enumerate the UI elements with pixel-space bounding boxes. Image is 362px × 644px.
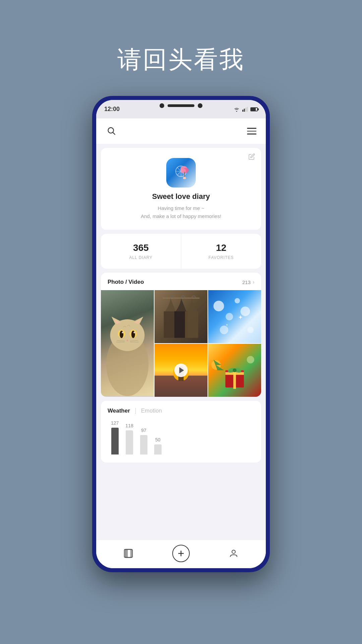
photo-cell-sunset[interactable] <box>155 344 207 397</box>
tab-divider <box>135 408 136 414</box>
photo-cell-christmas[interactable] <box>208 344 261 397</box>
svg-point-27 <box>122 332 123 333</box>
svg-line-5 <box>113 132 115 135</box>
photo-cell-cat[interactable] <box>101 290 154 397</box>
favorites-label: FAVORITES <box>208 255 234 260</box>
profile-name: Sweet love diary <box>152 192 210 201</box>
svg-point-50 <box>247 356 254 363</box>
svg-point-40 <box>226 313 233 320</box>
play-triangle-icon <box>179 367 184 373</box>
photo-count-link[interactable]: 213 › <box>242 279 254 285</box>
search-icon <box>107 126 116 136</box>
bottom-nav <box>96 540 266 568</box>
search-button[interactable] <box>106 125 118 137</box>
photo-cell-sparkle[interactable] <box>208 290 261 343</box>
weather-emotion-card: Weather Emotion 127 118 97 <box>101 401 261 463</box>
signal-icon <box>242 107 248 112</box>
stat-diary[interactable]: 365 ALL DIARY <box>101 234 181 269</box>
svg-rect-60 <box>126 549 131 557</box>
svg-rect-55 <box>225 372 244 375</box>
status-icons <box>234 107 258 112</box>
user-icon <box>229 548 239 558</box>
svg-point-64 <box>232 550 235 553</box>
photo-video-section: Photo / Video 213 › <box>101 273 261 397</box>
pencil-icon <box>248 153 255 160</box>
emotion-tab[interactable]: Emotion <box>141 408 162 414</box>
battery-icon <box>250 107 258 111</box>
svg-point-13 <box>181 169 186 173</box>
top-nav <box>96 118 266 144</box>
bar-fill-3 <box>140 435 147 454</box>
photo-section-header: Photo / Video 213 › <box>101 273 261 290</box>
chevron-right-icon: › <box>253 279 254 285</box>
plus-icon <box>176 549 186 558</box>
svg-rect-38 <box>208 290 261 343</box>
favorites-count: 12 <box>216 243 226 253</box>
bar-group-3: 97 <box>140 428 147 454</box>
diary-count: 365 <box>133 243 149 253</box>
video-play-button[interactable] <box>174 364 188 377</box>
page-background-title: 请回头看我 <box>117 44 245 76</box>
wifi-icon <box>234 107 240 112</box>
svg-point-58 <box>233 368 236 372</box>
bar-label-4: 50 <box>155 437 161 442</box>
bar-label-2: 118 <box>125 423 133 428</box>
svg-point-44 <box>235 298 240 304</box>
stat-favorites[interactable]: 12 FAVORITES <box>181 234 261 269</box>
bar-fill-4 <box>154 444 162 454</box>
status-bar: 12:00 <box>96 100 266 118</box>
nav-profile-button[interactable] <box>226 546 241 561</box>
photo-cell-clothes[interactable] <box>155 290 207 343</box>
photo-count: 213 <box>242 279 251 285</box>
app-content[interactable]: Sweet love diary Having time for me ~ An… <box>96 118 266 540</box>
phone-screen: 12:00 <box>96 100 266 568</box>
svg-rect-1 <box>244 109 245 112</box>
svg-point-43 <box>220 326 228 334</box>
notch-area <box>160 103 202 108</box>
svg-rect-2 <box>245 108 246 112</box>
profile-card: Sweet love diary Having time for me ~ An… <box>101 148 261 230</box>
bar-label-3: 97 <box>141 428 146 433</box>
bar-group-1: 127 <box>111 420 119 454</box>
weather-tabs: Weather Emotion <box>108 408 254 414</box>
nav-book-icon-wrapper <box>121 546 136 561</box>
diary-label: ALL DIARY <box>129 255 153 260</box>
weather-tab[interactable]: Weather <box>108 408 130 414</box>
profile-bio: Having time for me ~ And, make a lot of … <box>141 204 221 220</box>
photo-grid <box>101 290 261 397</box>
book-icon <box>123 548 134 559</box>
svg-point-28 <box>133 332 135 333</box>
phone-shell: 12:00 <box>92 96 270 572</box>
profile-avatar-wrapper <box>166 158 196 187</box>
nav-book-button[interactable] <box>121 546 136 561</box>
nav-add-button[interactable] <box>172 545 190 562</box>
bar-label-1: 127 <box>111 420 119 426</box>
bar-group-2: 118 <box>125 423 133 454</box>
nav-profile-icon-wrapper <box>226 546 241 561</box>
bar-group-4: 50 <box>154 437 162 454</box>
bar-fill-1 <box>111 428 119 454</box>
bar-chart: 127 118 97 50 <box>108 421 254 454</box>
svg-rect-0 <box>242 110 243 112</box>
hamburger-menu[interactable] <box>247 128 256 135</box>
svg-point-41 <box>240 307 250 316</box>
bar-fill-2 <box>126 430 133 454</box>
svg-point-39 <box>214 301 224 312</box>
svg-rect-3 <box>247 107 248 112</box>
photo-section-title: Photo / Video <box>108 279 144 285</box>
svg-point-42 <box>247 327 254 333</box>
svg-rect-37 <box>185 311 198 338</box>
edit-button[interactable] <box>248 153 255 161</box>
svg-point-15 <box>183 177 186 179</box>
stats-card: 365 ALL DIARY 12 FAVORITES <box>101 234 261 269</box>
svg-point-4 <box>108 128 114 133</box>
